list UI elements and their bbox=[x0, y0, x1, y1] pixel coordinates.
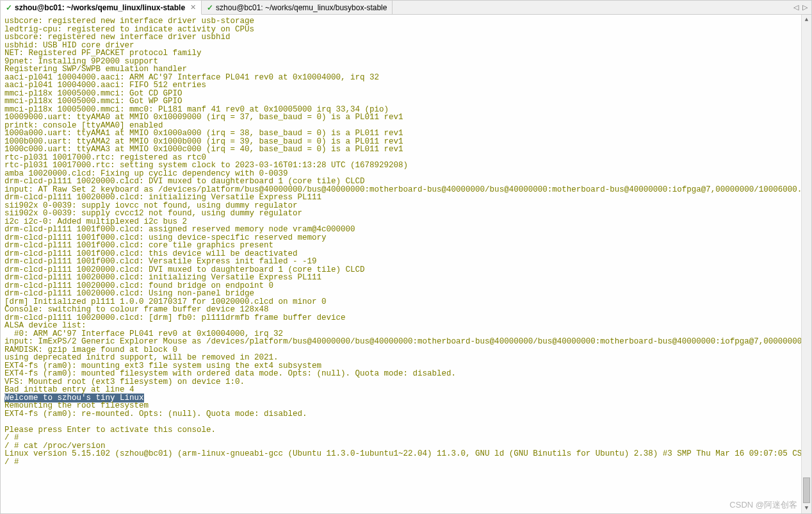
tab-busybox-stable[interactable]: ✓ szhou@bc01: ~/works/qemu_linux/busybox… bbox=[202, 1, 393, 14]
scroll-up-icon[interactable]: ▲ bbox=[802, 15, 811, 25]
tab-nav: ◁ ▷ bbox=[790, 1, 811, 14]
scroll-down-icon[interactable]: ▼ bbox=[802, 503, 811, 513]
close-icon[interactable]: ✕ bbox=[190, 3, 196, 12]
tab-title: szhou@bc01: ~/works/qemu_linux/linux-sta… bbox=[15, 3, 185, 12]
tab-bar: ✓ szhou@bc01: ~/works/qemu_linux/linux-s… bbox=[1, 1, 811, 15]
tab-linux-stable[interactable]: ✓ szhou@bc01: ~/works/qemu_linux/linux-s… bbox=[1, 1, 202, 15]
check-icon: ✓ bbox=[207, 3, 213, 12]
tab-prev-icon[interactable]: ◁ bbox=[793, 3, 799, 12]
check-icon: ✓ bbox=[6, 3, 12, 12]
tab-next-icon[interactable]: ▷ bbox=[802, 3, 808, 12]
scroll-thumb[interactable] bbox=[803, 477, 810, 503]
scrollbar[interactable]: ▲ ▼ bbox=[801, 15, 811, 513]
tab-title: szhou@bc01: ~/works/qemu_linux/busybox-s… bbox=[216, 3, 387, 12]
terminal-output[interactable]: usbcore: registered new interface driver… bbox=[1, 15, 801, 513]
